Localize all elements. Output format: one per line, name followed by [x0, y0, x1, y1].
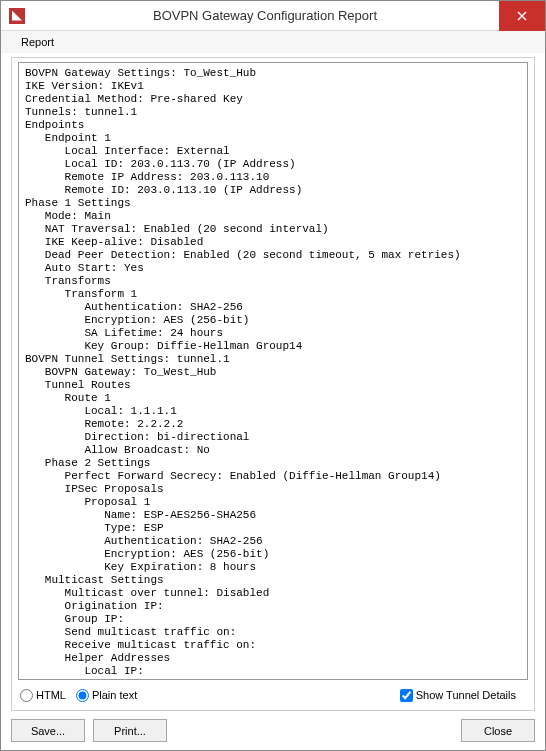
- report-groupbox: BOVPN Gateway Settings: To_West_Hub IKE …: [11, 57, 535, 711]
- button-row: Save... Print... Close: [1, 711, 545, 742]
- title-bar: BOVPN Gateway Configuration Report: [1, 1, 545, 31]
- radio-plain[interactable]: Plain text: [76, 689, 137, 702]
- close-button[interactable]: Close: [461, 719, 535, 742]
- checkbox-show-tunnel-label: Show Tunnel Details: [416, 689, 516, 701]
- radio-html-input[interactable]: [20, 689, 33, 702]
- radio-plain-label: Plain text: [92, 689, 137, 701]
- app-icon: [9, 8, 25, 24]
- checkbox-show-tunnel-input[interactable]: [400, 689, 413, 702]
- radio-html-label: HTML: [36, 689, 66, 701]
- window-title: BOVPN Gateway Configuration Report: [31, 8, 499, 23]
- format-row: HTML Plain text Show Tunnel Details: [20, 684, 526, 706]
- report-text-area[interactable]: BOVPN Gateway Settings: To_West_Hub IKE …: [18, 62, 528, 680]
- radio-html[interactable]: HTML: [20, 689, 66, 702]
- print-button[interactable]: Print...: [93, 719, 167, 742]
- save-button[interactable]: Save...: [11, 719, 85, 742]
- checkbox-show-tunnel[interactable]: Show Tunnel Details: [400, 689, 516, 702]
- close-icon[interactable]: [499, 1, 545, 31]
- menu-bar: Report: [1, 31, 545, 53]
- menu-report[interactable]: Report: [13, 34, 62, 50]
- radio-plain-input[interactable]: [76, 689, 89, 702]
